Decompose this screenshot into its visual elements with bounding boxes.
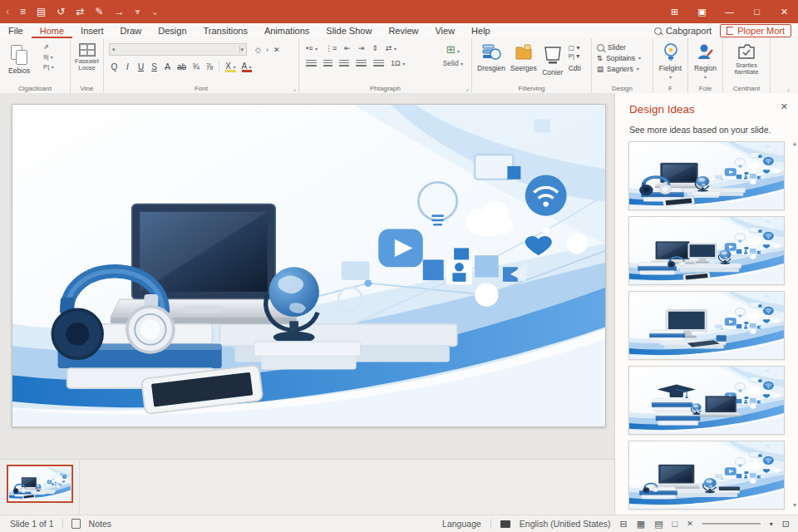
spacing-button[interactable]: 1Ω ▾: [391, 59, 405, 67]
comments-button[interactable]: Srarties fiarrtilate: [735, 42, 759, 76]
fit-to-window-icon[interactable]: ⊡: [782, 519, 790, 530]
zoom-caret-icon[interactable]: ▾: [770, 520, 773, 528]
zoom-out-icon[interactable]: ✕: [687, 520, 693, 528]
redo-icon[interactable]: ⇄: [76, 6, 84, 17]
comments-label-2: fiarrtilate: [735, 68, 759, 76]
increase-indent-button[interactable]: ⇥: [358, 44, 365, 52]
format-painter-button[interactable]: P| ▾: [43, 63, 54, 71]
italic-button[interactable]: I: [124, 62, 131, 71]
back-icon[interactable]: ‹: [6, 6, 9, 17]
justify-button[interactable]: [356, 60, 367, 67]
replace-button[interactable]: ⇅ Sopitains▾: [597, 53, 653, 64]
ribbon-collapse-launcher[interactable]: ⌟: [786, 85, 790, 92]
align-center-button[interactable]: [323, 60, 332, 67]
font-color-button[interactable]: A ▾: [242, 62, 252, 72]
tab-draw[interactable]: Draw: [112, 23, 150, 38]
ribbon-group-slides: Fasealet Loose Vine: [71, 38, 104, 93]
font-dialog-launcher[interactable]: ⌟: [293, 85, 296, 92]
drawing-group-label: Fillerving: [472, 85, 591, 92]
bullets-button[interactable]: •≡ ▾: [306, 44, 318, 52]
tab-insert[interactable]: Insert: [72, 23, 112, 38]
undo-icon[interactable]: ↺: [57, 6, 65, 17]
minimize-button[interactable]: —: [716, 0, 743, 23]
tab-design[interactable]: Design: [150, 23, 195, 38]
slideshow-view-icon[interactable]: □: [672, 519, 678, 529]
slide-1-thumbnail[interactable]: [7, 465, 73, 503]
design-idea-thumbnail-2[interactable]: [628, 216, 785, 285]
align-left-button[interactable]: [306, 60, 317, 67]
tab-transitions[interactable]: Transitions: [195, 23, 256, 38]
ribbon-display-icon[interactable]: ⊞: [661, 0, 688, 23]
design-ideas-button[interactable]: Fielgint ▾: [659, 42, 682, 80]
edit-mini-1[interactable]: ▢ ▾: [569, 44, 580, 52]
normal-view-icon[interactable]: ⊟: [620, 519, 628, 530]
zoom-slider[interactable]: [702, 523, 761, 525]
save-icon[interactable]: ▤: [37, 6, 46, 17]
forward-icon[interactable]: →: [115, 6, 125, 17]
tab-home[interactable]: Home: [32, 23, 72, 38]
character-spacing-button[interactable]: ⅞: [205, 62, 213, 71]
panel-close-icon[interactable]: ✕: [781, 101, 788, 112]
tab-animations[interactable]: Animations: [256, 23, 318, 38]
editing-canvas[interactable]: [0, 93, 615, 515]
find-button[interactable]: Slider: [597, 42, 653, 53]
font-name-combo[interactable]: ▾▾: [109, 43, 247, 56]
panel-scroll-down-icon[interactable]: ▾: [793, 501, 796, 509]
paste-button[interactable]: Eebios: [8, 40, 30, 75]
tab-view[interactable]: View: [426, 23, 463, 38]
menu-icon[interactable]: ≡: [20, 6, 26, 17]
design-idea-thumbnail-5[interactable]: [628, 441, 785, 510]
strip-divider: [79, 460, 80, 515]
columns-button[interactable]: ⊞ ▾: [446, 43, 460, 56]
convert-label: Conier: [542, 68, 563, 76]
design-ideas-group-label: F: [653, 85, 687, 92]
tab-help[interactable]: Help: [463, 23, 499, 38]
search-box[interactable]: Cabgraport: [654, 26, 712, 36]
close-button[interactable]: ✕: [771, 0, 798, 23]
new-slide-button[interactable]: Fasealet Loose: [71, 38, 103, 71]
tab-slide-show[interactable]: Slide Show: [318, 23, 380, 38]
restore-button[interactable]: □: [743, 0, 771, 23]
language-button[interactable]: Language: [442, 519, 481, 529]
find-icon: [597, 44, 604, 52]
tab-file[interactable]: File: [0, 23, 32, 38]
chevron-down-icon[interactable]: ⌄: [151, 6, 160, 17]
share-button[interactable]: Ploper Mort: [720, 24, 791, 37]
slide-sorter-view-icon[interactable]: ▦: [637, 519, 645, 530]
strikethrough-button[interactable]: A: [164, 62, 171, 71]
design-idea-thumbnail-1[interactable]: [628, 141, 785, 210]
paragraph-dialog-launcher[interactable]: ⌟: [466, 85, 469, 92]
copy-button[interactable]: 9| ▾: [43, 53, 54, 62]
design-idea-thumbnail-4[interactable]: [628, 366, 785, 435]
slide-editor[interactable]: [12, 104, 606, 427]
select-menu-button[interactable]: ▤ Sagriers▾: [597, 64, 653, 75]
panel-scroll-up-icon[interactable]: ▴: [793, 140, 796, 147]
increase-font-button[interactable]: ◇: [255, 46, 261, 54]
design-idea-thumbnail-3[interactable]: [628, 291, 785, 360]
language-value[interactable]: English (Unitied States): [520, 519, 611, 529]
format-paint-icon[interactable]: ✎: [95, 6, 103, 17]
numbering-button[interactable]: ⋮≡: [325, 44, 337, 52]
align-right-button[interactable]: [339, 60, 349, 67]
edit-mini-2[interactable]: P| ▾: [569, 52, 580, 60]
select-button[interactable]: Selid ▾: [443, 59, 463, 67]
region-button[interactable]: Region ▾: [694, 42, 717, 80]
layout-options-icon[interactable]: ▣: [688, 0, 716, 23]
text-direction-button[interactable]: ⇄ ▾: [386, 44, 397, 52]
subscript-button[interactable]: ab: [177, 62, 186, 71]
clear-formatting-button[interactable]: ✕: [273, 46, 280, 54]
decrease-font-button[interactable]: ›: [266, 46, 268, 54]
decrease-indent-button[interactable]: ⇤: [344, 44, 351, 52]
tab-review[interactable]: Review: [380, 23, 426, 38]
superscript-button[interactable]: ¾: [192, 62, 200, 71]
text-shadow-button[interactable]: S: [150, 62, 158, 71]
notes-button[interactable]: Notes: [89, 519, 111, 529]
line-spacing-button[interactable]: ⇕: [372, 44, 378, 52]
highlight-color-button[interactable]: X ▾: [225, 62, 235, 72]
distribute-button[interactable]: [373, 60, 384, 67]
underline-button[interactable]: U: [137, 62, 145, 71]
cut-button[interactable]: ⇗: [43, 43, 54, 52]
reading-view-icon[interactable]: ▤: [654, 519, 663, 530]
bold-button[interactable]: Q: [111, 62, 118, 71]
customize-qat-icon[interactable]: ▾: [135, 6, 140, 17]
